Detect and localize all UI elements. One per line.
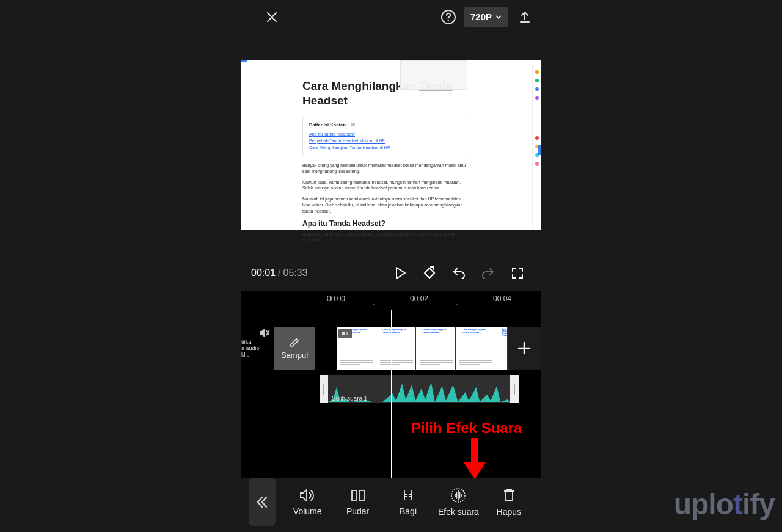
svg-rect-2 bbox=[471, 438, 478, 464]
video-clip[interactable]: Cara menghilangkan Tanda Headset bbox=[456, 327, 495, 370]
mute-icon bbox=[241, 327, 272, 339]
video-clip[interactable]: Cara menghilangkan Tanda Headset bbox=[416, 327, 456, 370]
add-clip-button[interactable] bbox=[508, 327, 541, 370]
chevron-down-icon bbox=[495, 15, 502, 19]
svg-rect-4 bbox=[359, 490, 364, 500]
clip-handle-left[interactable] bbox=[320, 375, 328, 403]
video-clip[interactable]: Cara menghilangkan Tanda Headset bbox=[495, 327, 507, 370]
trash-icon bbox=[502, 487, 516, 503]
time-display: 00:01/05:33 bbox=[251, 268, 308, 279]
quality-selector[interactable]: 720P bbox=[464, 7, 508, 27]
volume-icon bbox=[299, 488, 315, 503]
annotation-arrow bbox=[462, 438, 487, 478]
split-tool[interactable]: Bagi bbox=[384, 488, 433, 516]
plus-icon bbox=[516, 340, 532, 356]
mute-clip-audio[interactable]: tifkan a audio klip bbox=[241, 327, 272, 370]
timeline-ruler[interactable]: 00:00 · 00:02 · 00:04 bbox=[241, 291, 541, 307]
quality-label: 720P bbox=[470, 12, 492, 22]
video-clip[interactable]: Cara menghilangkan Tanda Headset bbox=[376, 327, 416, 370]
export-button[interactable] bbox=[514, 6, 536, 28]
fade-icon bbox=[350, 488, 366, 503]
sound-effect-tool[interactable]: Efek suara bbox=[434, 487, 483, 517]
clip-mute-icon bbox=[338, 329, 352, 338]
video-preview[interactable]: Cara Menghilangkan Tanda Headset Daftar … bbox=[241, 60, 541, 230]
preview-overlay bbox=[400, 60, 467, 90]
help-button[interactable] bbox=[437, 6, 459, 28]
chevron-left-double-icon bbox=[256, 495, 268, 509]
play-button[interactable] bbox=[387, 262, 414, 284]
preview-sidebar bbox=[532, 65, 541, 230]
undo-button[interactable] bbox=[445, 262, 472, 284]
fade-tool[interactable]: Pudar bbox=[333, 488, 382, 516]
svg-point-1 bbox=[448, 20, 449, 21]
audio-clip[interactable]: Sulih suara 1 bbox=[320, 375, 519, 403]
volume-tool[interactable]: Volume bbox=[283, 488, 332, 516]
delete-tool[interactable]: Hapus bbox=[484, 487, 533, 517]
cover-button[interactable]: Sampul bbox=[274, 327, 315, 370]
fullscreen-button[interactable] bbox=[504, 262, 531, 284]
pencil-icon bbox=[289, 337, 300, 348]
back-button[interactable] bbox=[249, 478, 276, 526]
video-clip[interactable]: Cara menghilangkan Tanda Headset bbox=[337, 327, 376, 370]
timeline[interactable]: 00:00 · 00:02 · 00:04 tifkan a audio kli… bbox=[241, 291, 541, 478]
close-button[interactable] bbox=[261, 6, 283, 28]
clip-handle-right[interactable] bbox=[510, 375, 519, 403]
watermark: uplotify bbox=[674, 487, 775, 521]
table-of-contents: Daftar Isi Konten Apa Itu Tanda Headset?… bbox=[302, 117, 467, 157]
svg-rect-3 bbox=[352, 490, 357, 500]
split-icon bbox=[400, 488, 416, 503]
sound-effect-icon bbox=[450, 487, 467, 503]
audio-clip-label: Sulih suara 1 bbox=[332, 395, 367, 402]
redo-button[interactable] bbox=[475, 262, 502, 284]
playhead[interactable] bbox=[391, 310, 392, 478]
annotation-text: Pilih Efek Suara bbox=[411, 420, 522, 437]
keyframe-button[interactable] bbox=[416, 262, 443, 284]
